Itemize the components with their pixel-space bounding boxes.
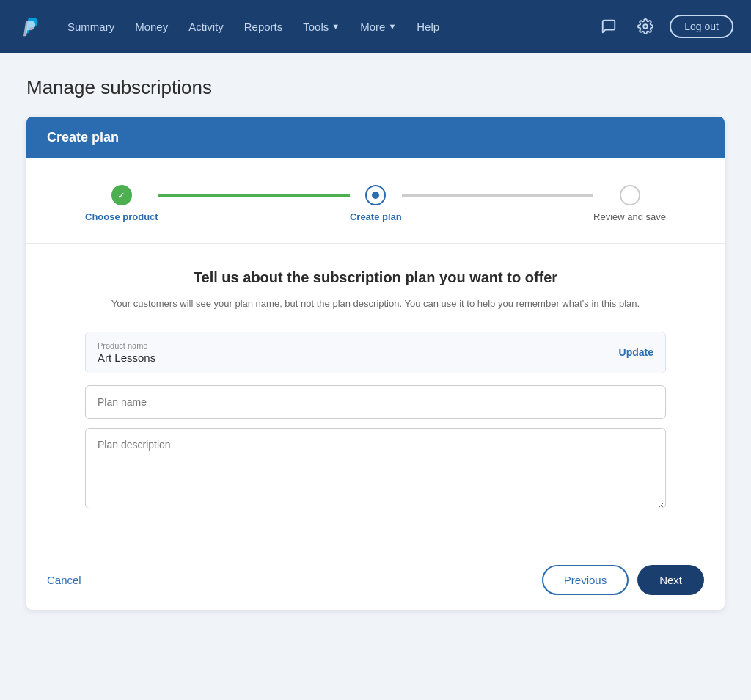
card-header-title: Create plan bbox=[47, 130, 119, 145]
card-footer: Cancel Previous Next bbox=[26, 550, 725, 610]
settings-icon-button[interactable] bbox=[633, 14, 658, 39]
svg-point-0 bbox=[644, 24, 648, 29]
stepper-step-choose-product: ✓ Choose product bbox=[85, 185, 158, 222]
update-button[interactable]: Update bbox=[619, 346, 653, 358]
more-chevron-icon: ▼ bbox=[388, 22, 396, 31]
plan-name-input[interactable] bbox=[85, 385, 666, 419]
stepper-label-3: Review and save bbox=[593, 211, 666, 222]
stepper-circle-3 bbox=[620, 185, 640, 205]
stepper-label-1: Choose product bbox=[85, 211, 158, 222]
nav-links: Summary Money Activity Reports Tools▼ Mo… bbox=[59, 15, 596, 39]
nav-activity[interactable]: Activity bbox=[180, 15, 232, 39]
form-subtext: Your customers will see your plan name, … bbox=[85, 296, 666, 311]
page-container: Manage subscriptions Create plan ✓ Choos… bbox=[9, 53, 742, 633]
nav-more[interactable]: More▼ bbox=[351, 15, 405, 39]
paypal-logo bbox=[18, 13, 44, 40]
stepper-label-2: Create plan bbox=[350, 211, 402, 222]
stepper: ✓ Choose product Create plan Review and … bbox=[26, 158, 725, 243]
page-title: Manage subscriptions bbox=[26, 76, 725, 99]
nav-actions: Log out bbox=[596, 14, 733, 39]
nav-money[interactable]: Money bbox=[126, 15, 177, 39]
tools-chevron-icon: ▼ bbox=[331, 22, 340, 31]
previous-button[interactable]: Previous bbox=[542, 565, 629, 595]
product-label: Product name bbox=[98, 341, 155, 350]
form-headline: Tell us about the subscription plan you … bbox=[85, 267, 666, 288]
nav-summary[interactable]: Summary bbox=[59, 15, 123, 39]
stepper-line-1 bbox=[158, 194, 350, 197]
card-header: Create plan bbox=[26, 117, 725, 158]
logout-button[interactable]: Log out bbox=[670, 15, 733, 38]
create-plan-card: Create plan ✓ Choose product Create plan… bbox=[26, 117, 725, 610]
stepper-step-review-save: Review and save bbox=[593, 185, 666, 222]
footer-right: Previous Next bbox=[542, 565, 704, 595]
plan-description-input[interactable] bbox=[85, 428, 666, 508]
stepper-line-2 bbox=[402, 194, 593, 197]
form-area: Tell us about the subscription plan you … bbox=[26, 243, 725, 550]
next-button[interactable]: Next bbox=[637, 565, 704, 595]
message-icon-button[interactable] bbox=[596, 14, 621, 39]
nav-reports[interactable]: Reports bbox=[235, 15, 292, 39]
stepper-step-create-plan: Create plan bbox=[350, 185, 402, 222]
nav-tools[interactable]: Tools▼ bbox=[294, 15, 348, 39]
navbar: Summary Money Activity Reports Tools▼ Mo… bbox=[0, 0, 751, 53]
stepper-circle-2 bbox=[365, 185, 386, 205]
cancel-button[interactable]: Cancel bbox=[47, 574, 81, 586]
nav-help[interactable]: Help bbox=[408, 15, 448, 39]
product-info: Product name Art Lessons bbox=[98, 341, 155, 364]
product-value: Art Lessons bbox=[98, 351, 155, 364]
stepper-circle-1: ✓ bbox=[111, 185, 132, 205]
product-row: Product name Art Lessons Update bbox=[85, 332, 666, 373]
